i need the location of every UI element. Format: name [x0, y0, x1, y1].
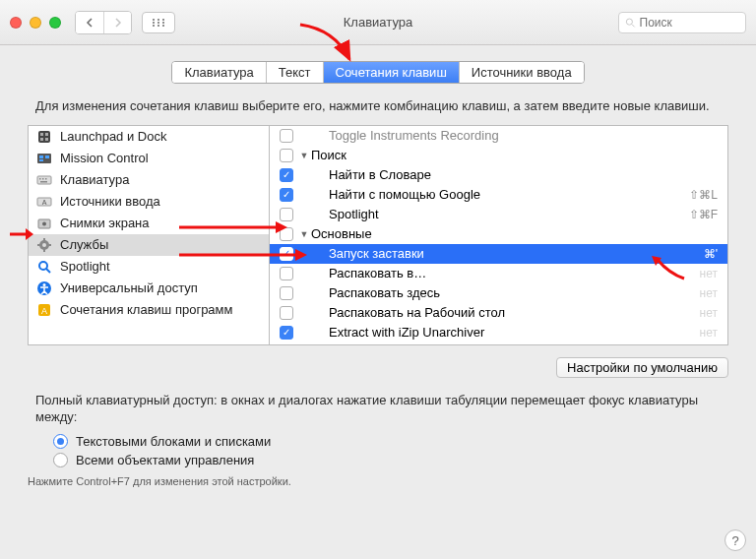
category-accessibility[interactable]: Универсальный доступ: [29, 278, 269, 299]
svg-rect-12: [40, 133, 43, 136]
service-group-header[interactable]: ▼Поиск: [270, 146, 727, 165]
svg-rect-13: [45, 133, 48, 136]
tab-keyboard[interactable]: Клавиатура: [172, 62, 266, 83]
tab-input-sources[interactable]: Источники ввода: [460, 62, 584, 83]
shortcut-label: нет: [700, 267, 718, 280]
service-row[interactable]: Запуск заставки⌘': [270, 244, 727, 264]
apps-icon: A: [36, 302, 52, 318]
svg-point-1: [158, 19, 159, 21]
show-all-button[interactable]: [142, 12, 175, 33]
service-row[interactable]: Распаковать на Рабочий столнет: [270, 303, 727, 323]
zoom-window-button[interactable]: [49, 17, 61, 29]
service-checkbox[interactable]: [280, 208, 293, 221]
service-checkbox[interactable]: [280, 326, 293, 340]
service-checkbox[interactable]: [280, 188, 293, 202]
shortcut-label: нет: [700, 286, 718, 300]
fka-text: Полный клавиатурный доступ: в окнах и ди…: [0, 378, 756, 430]
svg-point-4: [158, 22, 159, 24]
forward-button[interactable]: [103, 12, 131, 33]
category-label: Launchpad и Dock: [60, 129, 166, 144]
shortcut-label: ⇧⌘L: [689, 188, 718, 202]
service-checkbox[interactable]: [280, 129, 293, 143]
category-label: Универсальный доступ: [60, 280, 198, 295]
service-label: Spotlight: [311, 207, 689, 221]
service-checkbox[interactable]: [280, 286, 293, 300]
svg-point-0: [153, 19, 155, 21]
search-field[interactable]: [618, 12, 746, 33]
svg-rect-22: [42, 178, 44, 180]
category-spotlight[interactable]: Spotlight: [29, 256, 269, 278]
svg-text:A: A: [42, 199, 47, 206]
service-row[interactable]: Распаковать в…нет: [270, 264, 727, 283]
svg-point-8: [162, 25, 164, 27]
svg-rect-19: [39, 159, 43, 161]
service-row[interactable]: Extract with iZip Unarchiverнет: [270, 323, 727, 342]
radio-off-icon: [53, 453, 68, 467]
service-row[interactable]: Spotlight⇧⌘F: [270, 205, 727, 224]
svg-point-7: [158, 25, 159, 27]
category-label: Клавиатура: [60, 172, 129, 187]
keyboard-icon: [36, 172, 52, 188]
shortcut-label: ⌘': [704, 247, 718, 261]
service-label: Распаковать здесь: [311, 285, 700, 300]
category-keyboard[interactable]: Клавиатура: [29, 169, 269, 191]
category-label: Снимки экрана: [60, 216, 150, 230]
svg-rect-20: [37, 176, 51, 184]
service-checkbox[interactable]: [280, 168, 293, 182]
content: Клавиатура Текст Сочетания клавиш Источн…: [0, 45, 756, 559]
service-row[interactable]: Распаковать здесьнет: [270, 283, 727, 303]
category-label: Источники ввода: [60, 194, 160, 209]
service-label: Toggle Instruments Recording: [311, 128, 718, 143]
svg-point-35: [39, 262, 47, 270]
svg-point-30: [42, 243, 46, 247]
help-button[interactable]: ?: [724, 529, 746, 551]
service-checkbox[interactable]: [280, 267, 293, 280]
tab-shortcuts[interactable]: Сочетания клавиш: [324, 62, 460, 83]
titlebar: Клавиатура: [0, 0, 756, 45]
service-row[interactable]: Найти в Словаре: [270, 165, 727, 185]
radio-on-icon: [53, 434, 68, 449]
services-icon: [36, 237, 52, 253]
service-label: Запуск заставки: [311, 246, 704, 261]
tab-text[interactable]: Текст: [267, 62, 324, 83]
shortcut-label: ⇧⌘F: [689, 208, 718, 221]
svg-point-5: [162, 22, 164, 24]
svg-rect-11: [38, 131, 50, 143]
svg-rect-23: [45, 178, 47, 180]
service-label: Extract with iZip Unarchiver: [311, 325, 700, 340]
back-button[interactable]: [76, 12, 103, 33]
service-label: Найти в Словаре: [311, 167, 718, 182]
service-row[interactable]: Toggle Instruments Recording: [270, 126, 727, 146]
service-checkbox[interactable]: [280, 149, 293, 162]
category-list[interactable]: Launchpad и DockMission ControlКлавиатур…: [28, 125, 270, 345]
service-checkbox[interactable]: [280, 306, 293, 320]
service-row[interactable]: Найти с помощью Google⇧⌘L: [270, 185, 727, 205]
category-launchpad[interactable]: Launchpad и Dock: [29, 126, 269, 148]
fka-radio-text-lists[interactable]: Текстовыми блоками и списками: [53, 432, 703, 451]
restore-defaults-button[interactable]: Настройки по умолчанию: [556, 357, 728, 378]
category-input[interactable]: AИсточники ввода: [29, 191, 269, 213]
disclosure-triangle-icon[interactable]: ▼: [299, 229, 309, 239]
service-label: Распаковать в…: [311, 266, 700, 280]
service-group-header[interactable]: ▼Основные: [270, 224, 727, 244]
panes: Launchpad и DockMission ControlКлавиатур…: [0, 125, 756, 345]
services-list[interactable]: Toggle Instruments Recording▼ПоискНайти …: [270, 125, 728, 345]
minimize-window-button[interactable]: [30, 17, 41, 29]
disclosure-triangle-icon[interactable]: ▼: [299, 151, 309, 160]
fka-radio-all-controls[interactable]: Всеми объектами управления: [53, 451, 703, 469]
svg-point-3: [153, 22, 155, 24]
category-apps[interactable]: AСочетания клавиш программ: [29, 299, 269, 321]
service-label: Поиск: [311, 148, 718, 162]
category-screenshot[interactable]: Снимки экрана: [29, 213, 269, 234]
service-checkbox[interactable]: [280, 247, 293, 261]
service-checkbox[interactable]: [280, 227, 293, 241]
category-services[interactable]: Службы: [29, 234, 269, 256]
category-mission[interactable]: Mission Control: [29, 148, 269, 169]
close-window-button[interactable]: [10, 17, 22, 29]
svg-point-6: [153, 25, 155, 27]
radio-label: Текстовыми блоками и списками: [76, 434, 271, 449]
shortcut-label: нет: [700, 306, 718, 320]
search-input[interactable]: [640, 16, 740, 30]
fka-radios: Текстовыми блоками и списками Всеми объе…: [0, 430, 756, 471]
svg-text:A: A: [41, 306, 47, 316]
